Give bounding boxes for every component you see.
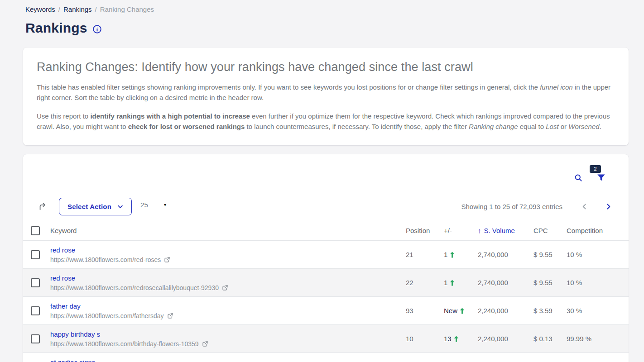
row-checkbox[interactable] [31, 306, 40, 315]
competition-value: 30 % [567, 307, 629, 314]
pagination-next-icon[interactable] [605, 203, 612, 210]
external-link-icon[interactable] [164, 257, 170, 263]
keyword-link[interactable]: red rose [50, 246, 406, 254]
keyword-link[interactable]: red rose [50, 274, 406, 282]
table-row: of zodiac signs https://www.1800flowers.… [23, 352, 629, 362]
table-header-row: Keyword Position +/- ↑S. Volume CPC Comp… [23, 221, 629, 240]
intro-card: Ranking Changes: Identify how your ranki… [23, 48, 629, 145]
position-value: 10 [406, 335, 444, 343]
row-checkbox[interactable] [31, 278, 40, 287]
table-controls: Select Action 25 ▾ Showing 1 to 25 of 72… [23, 197, 629, 215]
volume-value: 2,240,000 [478, 307, 533, 314]
header-keyword[interactable]: Keyword [50, 227, 406, 234]
rankings-table: Keyword Position +/- ↑S. Volume CPC Comp… [23, 221, 629, 362]
volume-value: 2,740,000 [478, 279, 533, 286]
select-action-button[interactable]: Select Action [59, 198, 132, 215]
keyword-url: https://www.1800flowers.com/fathersday [50, 312, 164, 319]
breadcrumb-keywords[interactable]: Keywords [25, 5, 55, 13]
intro-paragraph-1: This table has enabled filter settings s… [37, 82, 615, 103]
position-value: 21 [406, 251, 444, 258]
keyword-url: https://www.1800flowers.com/birthday-flo… [50, 340, 199, 348]
table-row: red rose https://www.1800flowers.com/red… [23, 268, 629, 296]
change-value: 1 [444, 251, 478, 258]
page-size-caret-icon: ▾ [164, 202, 166, 207]
table-row: red rose https://www.1800flowers.com/red… [23, 240, 629, 268]
external-link-icon[interactable] [167, 313, 173, 319]
cpc-value: $ 9.55 [533, 279, 567, 286]
filter-funnel-icon[interactable]: 2 [596, 173, 606, 182]
showing-entries-text: Showing 1 to 25 of 72,093 entries [461, 203, 563, 210]
external-link-icon[interactable] [222, 285, 228, 291]
cpc-value: $ 9.55 [533, 251, 567, 258]
pagination-prev-icon[interactable] [581, 203, 588, 210]
chevron-down-icon [117, 203, 124, 210]
page-title: Rankings [25, 20, 87, 36]
sort-ascending-icon: ↑ [478, 227, 481, 234]
page-size-value: 25 [140, 201, 148, 209]
top-bar: Keywords/Rankings/Ranking Changes Rankin… [0, 0, 644, 36]
export-icon[interactable] [38, 201, 48, 211]
competition-value: 99.99 % [567, 335, 629, 343]
page-size-select[interactable]: 25 ▾ [140, 201, 166, 212]
breadcrumb-rankings[interactable]: Rankings [63, 5, 92, 13]
header-volume-label: S. Volume [484, 227, 515, 234]
competition-value: 10 % [567, 251, 629, 258]
info-icon[interactable] [92, 24, 102, 34]
external-link-icon[interactable] [202, 341, 208, 347]
arrow-up-icon [453, 336, 459, 342]
volume-value: 2,740,000 [478, 251, 533, 258]
position-value: 93 [406, 307, 444, 314]
arrow-up-icon [449, 252, 455, 258]
keyword-url: https://www.1800flowers.com/redrosecalla… [50, 284, 219, 291]
cpc-value: $ 0.13 [533, 335, 567, 343]
volume-value: 2,240,000 [478, 335, 533, 343]
header-volume-sorted[interactable]: ↑S. Volume [478, 227, 533, 234]
row-checkbox[interactable] [31, 334, 40, 343]
table-card: 2 Select Action 25 ▾ [23, 154, 629, 362]
keyword-url: https://www.1800flowers.com/red-roses [50, 256, 161, 263]
change-value: New [444, 307, 478, 314]
change-value: 13 [444, 335, 478, 343]
position-value: 22 [406, 279, 444, 286]
select-all-checkbox[interactable] [31, 226, 40, 235]
arrow-up-icon [449, 280, 455, 286]
arrow-up-icon [459, 308, 465, 314]
page-root: Keywords/Rankings/Ranking Changes Rankin… [0, 0, 644, 362]
header-position[interactable]: Position [406, 227, 444, 234]
intro-heading: Ranking Changes: Identify how your ranki… [37, 60, 615, 74]
competition-value: 10 % [567, 279, 629, 286]
table-row: happy birthday s https://www.1800flowers… [23, 324, 629, 352]
keyword-link[interactable]: happy birthday s [50, 330, 406, 338]
table-icon-bar: 2 [23, 167, 629, 182]
header-cpc[interactable]: CPC [533, 227, 567, 234]
filter-count-badge: 2 [590, 165, 601, 173]
cpc-value: $ 3.59 [533, 307, 567, 314]
intro-paragraph-2: Use this report to identify rankings wit… [37, 111, 615, 132]
breadcrumb-current: Ranking Changes [100, 5, 154, 13]
select-action-label: Select Action [67, 203, 111, 210]
table-row: father day https://www.1800flowers.com/f… [23, 296, 629, 324]
search-icon[interactable] [574, 173, 583, 182]
table-body: red rose https://www.1800flowers.com/red… [23, 240, 629, 362]
header-competition[interactable]: Competition [567, 227, 629, 234]
breadcrumb-separator: / [58, 5, 60, 13]
breadcrumb: Keywords/Rankings/Ranking Changes [25, 5, 619, 13]
header-change[interactable]: +/- [444, 227, 478, 234]
breadcrumb-separator: / [95, 5, 97, 13]
keyword-link[interactable]: of zodiac signs [50, 358, 406, 362]
keyword-link[interactable]: father day [50, 302, 406, 310]
row-checkbox[interactable] [31, 250, 40, 259]
change-value: 1 [444, 279, 478, 286]
